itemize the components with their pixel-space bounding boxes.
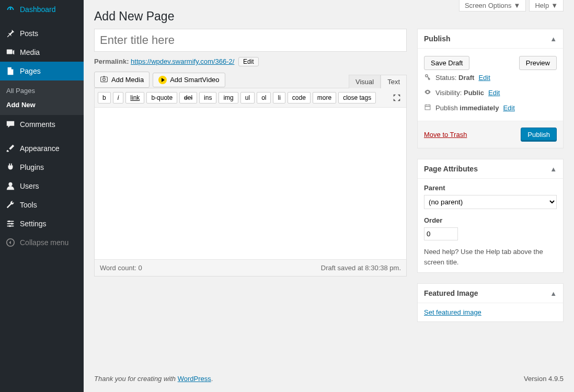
- add-smartvideo-button[interactable]: Add SmartVideo: [153, 73, 225, 87]
- schedule-label: Publish immediately: [435, 104, 499, 112]
- menu-dashboard[interactable]: Dashboard: [0, 0, 84, 19]
- word-count: Word count: 0: [100, 264, 142, 272]
- publish-title: Publish: [424, 34, 451, 43]
- submenu-add-new[interactable]: Add New: [0, 98, 84, 112]
- qt-img[interactable]: img: [219, 92, 238, 103]
- user-icon: [5, 181, 16, 191]
- title-input[interactable]: [94, 29, 407, 52]
- menu-users[interactable]: Users: [0, 177, 84, 195]
- qt-bquote[interactable]: b-quote: [146, 92, 177, 103]
- toggle-panel-icon[interactable]: ▲: [550, 290, 557, 297]
- menu-label: Users: [20, 182, 39, 190]
- toggle-panel-icon[interactable]: ▲: [550, 35, 557, 43]
- menu-label: Appearance: [20, 144, 60, 153]
- media-icon: [5, 47, 16, 57]
- menu-label: Tools: [20, 201, 37, 209]
- admin-sidebar: Dashboard Posts Media Pages All Pages Ad…: [0, 0, 84, 392]
- svg-rect-2: [8, 73, 12, 73]
- collapse-menu[interactable]: Collapse menu: [0, 233, 84, 252]
- text-tab[interactable]: Text: [381, 75, 407, 88]
- svg-point-12: [103, 78, 106, 80]
- menu-media[interactable]: Media: [0, 43, 84, 62]
- edit-permalink-button[interactable]: Edit: [238, 57, 259, 66]
- parent-label: Parent: [424, 184, 557, 192]
- publish-box: Publish ▲ Save Draft Preview Status: Dra…: [417, 29, 564, 148]
- sliders-icon: [5, 218, 16, 229]
- qt-del[interactable]: del: [179, 92, 197, 103]
- qt-code[interactable]: code: [288, 92, 311, 103]
- permalink-row: Permalink: https://wpdev.swarmify.com/36…: [94, 52, 407, 72]
- svg-rect-1: [8, 71, 12, 72]
- menu-settings[interactable]: Settings: [0, 214, 84, 233]
- menu-appearance[interactable]: Appearance: [0, 139, 84, 158]
- set-featured-image-link[interactable]: Set featured image: [424, 308, 481, 316]
- edit-schedule-link[interactable]: Edit: [503, 104, 514, 112]
- camera-icon: [100, 75, 108, 85]
- svg-point-9: [9, 225, 11, 227]
- save-draft-button[interactable]: Save Draft: [424, 56, 469, 70]
- svg-point-8: [11, 223, 13, 225]
- svg-rect-11: [101, 77, 108, 82]
- qt-ul[interactable]: ul: [240, 92, 255, 103]
- qt-more[interactable]: more: [313, 92, 336, 103]
- version-text: Version 4.9.5: [524, 375, 564, 383]
- menu-posts[interactable]: Posts: [0, 24, 84, 43]
- submenu-all-pages[interactable]: All Pages: [0, 84, 84, 98]
- publish-button[interactable]: Publish: [521, 128, 557, 142]
- featured-image-box: Featured Image ▲ Set featured image: [417, 283, 564, 322]
- order-label: Order: [424, 216, 557, 224]
- menu-label: Posts: [20, 29, 38, 38]
- menu-tools[interactable]: Tools: [0, 195, 84, 214]
- qt-ol[interactable]: ol: [257, 92, 271, 103]
- parent-select[interactable]: (no parent): [424, 195, 557, 209]
- menu-label: Comments: [20, 120, 55, 129]
- help-button[interactable]: Help▼: [529, 0, 564, 11]
- collapse-icon: [5, 237, 16, 248]
- featured-title: Featured Image: [424, 289, 478, 297]
- wrench-icon: [5, 200, 16, 210]
- menu-label: Pages: [20, 67, 41, 75]
- visual-tab[interactable]: Visual: [349, 75, 381, 88]
- qt-li[interactable]: li: [273, 92, 285, 103]
- svg-rect-0: [7, 50, 13, 54]
- permalink-url[interactable]: https://wpdev.swarmify.com/366-2/: [131, 57, 234, 65]
- eye-icon: [424, 88, 431, 97]
- chevron-down-icon: ▼: [551, 2, 558, 9]
- calendar-icon: [424, 103, 431, 112]
- preview-button[interactable]: Preview: [519, 56, 557, 70]
- edit-visibility-link[interactable]: Edit: [488, 89, 500, 97]
- move-to-trash-link[interactable]: Move to Trash: [424, 131, 467, 139]
- visibility-label: Visibility: Public: [435, 89, 484, 97]
- collapse-label: Collapse menu: [20, 238, 68, 247]
- plug-icon: [5, 162, 16, 172]
- screen-options-button[interactable]: Screen Options▼: [459, 0, 526, 11]
- edit-status-link[interactable]: Edit: [478, 74, 490, 82]
- brush-icon: [5, 143, 16, 154]
- order-input[interactable]: [424, 227, 458, 240]
- pages-icon: [5, 66, 16, 76]
- menu-label: Plugins: [20, 163, 44, 171]
- qt-closetags[interactable]: close tags: [338, 92, 376, 103]
- qt-ins[interactable]: ins: [199, 92, 216, 103]
- content-editor[interactable]: [95, 108, 406, 259]
- help-text: Need help? Use the Help tab above the sc…: [424, 247, 557, 267]
- quicktags-toolbar: b i link b-quote del ins img ul ol li co…: [95, 88, 406, 108]
- menu-label: Dashboard: [20, 5, 56, 14]
- menu-label: Media: [20, 48, 40, 56]
- play-icon: [158, 76, 167, 84]
- fullscreen-icon[interactable]: [391, 91, 403, 104]
- comments-icon: [5, 119, 16, 130]
- toggle-panel-icon[interactable]: ▲: [550, 165, 557, 173]
- menu-comments[interactable]: Comments: [0, 115, 84, 134]
- qt-link[interactable]: link: [125, 92, 144, 103]
- wordpress-link[interactable]: WordPress: [178, 375, 211, 383]
- dashboard-icon: [5, 4, 16, 15]
- menu-label: Settings: [20, 220, 47, 228]
- qt-italic[interactable]: i: [113, 92, 124, 103]
- qt-bold[interactable]: b: [98, 92, 111, 103]
- add-media-button[interactable]: Add Media: [94, 72, 150, 88]
- permalink-label: Permalink:: [94, 57, 129, 65]
- menu-pages[interactable]: Pages: [0, 62, 84, 80]
- status-label: Status: Draft: [435, 74, 474, 82]
- menu-plugins[interactable]: Plugins: [0, 158, 84, 177]
